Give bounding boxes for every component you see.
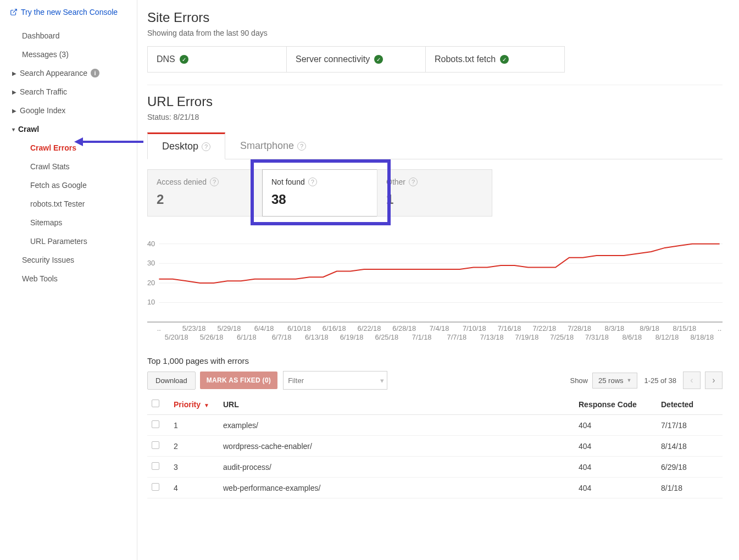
cell-url: examples/ bbox=[219, 415, 574, 436]
cell-url: audit-process/ bbox=[219, 457, 574, 478]
tab-desktop[interactable]: Desktop ? bbox=[147, 132, 225, 159]
rows-per-page-select[interactable]: 25 rows ▼ bbox=[592, 373, 637, 389]
sidebar-item-search-traffic[interactable]: ▶ Search Traffic bbox=[0, 82, 137, 101]
svg-text:7/31/18: 7/31/18 bbox=[585, 334, 609, 341]
table-row[interactable]: 2wordpress-cache-enabler/4048/14/18 bbox=[147, 436, 723, 457]
tab-smartphone[interactable]: Smartphone ? bbox=[225, 132, 321, 159]
sidebar-label-search-traffic: Search Traffic bbox=[20, 87, 67, 96]
table-row[interactable]: 4web-performance-examples/4048/1/18 bbox=[147, 478, 723, 498]
svg-text:7/1/18: 7/1/18 bbox=[412, 334, 432, 341]
select-all-checkbox[interactable] bbox=[152, 400, 159, 407]
col-priority[interactable]: Priority ▼ bbox=[169, 394, 219, 415]
caret-right-icon: ▶ bbox=[12, 108, 16, 114]
filter-input[interactable] bbox=[288, 376, 380, 385]
row-checkbox[interactable] bbox=[152, 420, 159, 428]
sidebar-item-messages[interactable]: Messages (3) bbox=[0, 45, 137, 64]
chevron-down-icon: ▼ bbox=[627, 378, 632, 383]
status-line: Status: 8/21/18 bbox=[147, 113, 723, 121]
table-row[interactable]: 1examples/4047/17/18 bbox=[147, 415, 723, 436]
device-tabs: Desktop ? Smartphone ? bbox=[147, 132, 723, 159]
site-error-dns[interactable]: DNS ✓ bbox=[148, 47, 287, 72]
rows-per-page-value: 25 rows bbox=[598, 376, 624, 385]
cell-code: 404 bbox=[574, 457, 657, 478]
help-icon[interactable]: ? bbox=[308, 178, 317, 186]
sidebar-item-robots-tester[interactable]: robots.txt Tester bbox=[0, 195, 137, 213]
help-icon[interactable]: ? bbox=[297, 142, 306, 151]
card-not-found[interactable]: Not found? 38 bbox=[262, 169, 377, 217]
col-detected[interactable]: Detected bbox=[657, 394, 723, 415]
chart-svg: 10203040 ..5/23/185/29/186/4/186/10/186/… bbox=[147, 232, 723, 347]
svg-text:10: 10 bbox=[147, 299, 155, 307]
cell-priority: 1 bbox=[169, 415, 219, 436]
try-new-search-console-link[interactable]: Try the new Search Console bbox=[0, 7, 137, 16]
table-heading: Top 1,000 pages with errors bbox=[147, 356, 723, 365]
row-checkbox[interactable] bbox=[152, 441, 159, 449]
site-error-robots[interactable]: Robots.txt fetch ✓ bbox=[426, 47, 564, 72]
col-code[interactable]: Response Code bbox=[574, 394, 657, 415]
sidebar-item-crawl-stats[interactable]: Crawl Stats bbox=[0, 157, 137, 176]
card-access-denied-count: 2 bbox=[157, 192, 253, 207]
sidebar-item-security-issues[interactable]: Security Issues bbox=[0, 251, 137, 269]
col-url[interactable]: URL bbox=[219, 394, 574, 415]
status-label: Status: bbox=[147, 113, 173, 121]
help-icon[interactable]: ? bbox=[210, 178, 219, 186]
svg-text:8/12/18: 8/12/18 bbox=[655, 334, 679, 341]
help-icon[interactable]: ? bbox=[409, 178, 418, 186]
svg-text:7/13/18: 7/13/18 bbox=[480, 334, 504, 341]
caret-down-icon: ▾ bbox=[12, 126, 15, 132]
card-other[interactable]: Other? 1 bbox=[377, 169, 492, 217]
table-row[interactable]: 3audit-process/4046/29/18 bbox=[147, 457, 723, 478]
site-errors-cards: DNS ✓ Server connectivity ✓ Robots.txt f… bbox=[147, 46, 565, 73]
caret-right-icon: ▶ bbox=[12, 89, 16, 95]
check-icon: ✓ bbox=[180, 55, 188, 64]
check-icon: ✓ bbox=[374, 55, 383, 64]
site-error-server[interactable]: Server connectivity ✓ bbox=[287, 47, 426, 72]
filter-input-wrap[interactable]: ▾ bbox=[283, 371, 387, 390]
site-error-dns-label: DNS bbox=[157, 54, 175, 64]
site-errors-heading: Site Errors bbox=[147, 10, 723, 25]
svg-text:6/4/18: 6/4/18 bbox=[254, 325, 274, 332]
svg-text:6/22/18: 6/22/18 bbox=[358, 325, 381, 332]
cell-priority: 4 bbox=[169, 478, 219, 498]
sidebar-item-dashboard[interactable]: Dashboard bbox=[0, 26, 137, 45]
cell-code: 404 bbox=[574, 415, 657, 436]
svg-text:7/25/18: 7/25/18 bbox=[550, 334, 574, 341]
mark-as-fixed-button[interactable]: MARK AS FIXED (0) bbox=[200, 372, 277, 389]
site-error-robots-label: Robots.txt fetch bbox=[435, 54, 496, 64]
card-access-denied[interactable]: Access denied? 2 bbox=[147, 169, 263, 217]
filter-icon: ▾ bbox=[380, 376, 384, 385]
svg-text:5/20/18: 5/20/18 bbox=[165, 334, 188, 341]
sidebar-item-crawl[interactable]: ▾ Crawl bbox=[0, 120, 137, 138]
help-icon[interactable]: ? bbox=[202, 142, 210, 151]
row-checkbox[interactable] bbox=[152, 483, 159, 491]
url-errors-heading: URL Errors bbox=[147, 94, 723, 109]
row-checkbox[interactable] bbox=[152, 462, 159, 470]
svg-line-0 bbox=[13, 9, 16, 13]
svg-text:30: 30 bbox=[147, 260, 155, 268]
svg-text:20: 20 bbox=[147, 279, 155, 287]
pager-next-button[interactable]: › bbox=[705, 372, 723, 389]
sidebar-item-url-parameters[interactable]: URL Parameters bbox=[0, 232, 137, 251]
external-link-icon bbox=[10, 8, 18, 16]
cell-code: 404 bbox=[574, 436, 657, 457]
cell-url: web-performance-examples/ bbox=[219, 478, 574, 498]
section-divider bbox=[147, 85, 723, 85]
sidebar-label-search-appearance: Search Appearance bbox=[20, 69, 87, 77]
sidebar-item-google-index[interactable]: ▶ Google Index bbox=[0, 101, 137, 120]
caret-right-icon: ▶ bbox=[12, 70, 16, 76]
svg-text:7/7/18: 7/7/18 bbox=[447, 334, 467, 341]
sidebar-item-sitemaps[interactable]: Sitemaps bbox=[0, 213, 137, 232]
svg-text:5/26/18: 5/26/18 bbox=[200, 334, 224, 341]
card-not-found-label: Not found bbox=[271, 178, 305, 186]
svg-text:7/19/18: 7/19/18 bbox=[515, 334, 539, 341]
svg-text:8/6/18: 8/6/18 bbox=[622, 334, 642, 341]
sidebar-label-google-index: Google Index bbox=[20, 106, 65, 115]
svg-text:8/15/18: 8/15/18 bbox=[673, 325, 697, 332]
download-button[interactable]: Download bbox=[147, 372, 196, 390]
svg-text:7/22/18: 7/22/18 bbox=[532, 325, 556, 332]
sidebar-item-web-tools[interactable]: Web Tools bbox=[0, 269, 137, 288]
sidebar-item-fetch-as-google[interactable]: Fetch as Google bbox=[0, 176, 137, 195]
sidebar-item-search-appearance[interactable]: ▶ Search Appearance i bbox=[0, 64, 137, 82]
col-priority-label: Priority bbox=[174, 400, 201, 409]
pager-prev-button[interactable]: ‹ bbox=[683, 372, 701, 389]
